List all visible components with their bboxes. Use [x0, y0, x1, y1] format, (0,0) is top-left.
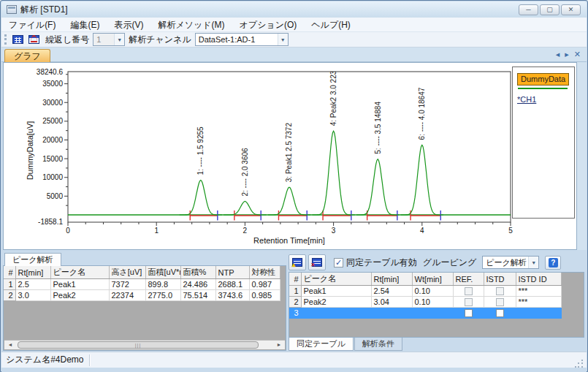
- maximize-button[interactable]: ▢: [540, 4, 560, 15]
- table-cell[interactable]: 0.10: [412, 297, 453, 308]
- table-cell[interactable]: 3743.6: [215, 290, 249, 301]
- column-header[interactable]: 高さ[uV]: [109, 266, 145, 279]
- table-cell[interactable]: 2: [289, 297, 301, 308]
- delete-row-button[interactable]: ✕: [308, 254, 326, 270]
- table-cell[interactable]: ***: [516, 297, 561, 308]
- tab-identification-table[interactable]: 同定テーブル: [289, 338, 354, 351]
- svg-text:38240.6: 38240.6: [37, 68, 64, 76]
- ref-checkbox[interactable]: [465, 287, 473, 295]
- column-header[interactable]: Wt[min]: [412, 273, 453, 286]
- tab-next-icon[interactable]: ▸: [565, 50, 569, 59]
- table-cell[interactable]: [453, 297, 484, 308]
- add-row-button[interactable]: ▲: [289, 254, 306, 270]
- column-header[interactable]: ISTD: [484, 273, 516, 286]
- table-cell[interactable]: 2775.0: [145, 290, 180, 301]
- menu-help[interactable]: ヘルプ(H): [304, 18, 358, 32]
- table-cell[interactable]: [301, 308, 371, 319]
- table-cell[interactable]: 3.04: [371, 297, 412, 308]
- column-header[interactable]: Rt[min]: [15, 266, 50, 279]
- column-header[interactable]: ISTD ID: [516, 273, 561, 286]
- legend-item-dummydata[interactable]: DummyData: [517, 73, 569, 86]
- chromatogram-chart[interactable]: 500010000150002000025000300003500038240.…: [4, 63, 515, 249]
- table-cell[interactable]: 0.987: [249, 279, 280, 290]
- column-header[interactable]: ピーク名: [50, 266, 109, 279]
- table-cell[interactable]: 1: [4, 279, 15, 290]
- table-cell[interactable]: [412, 308, 453, 319]
- horizontal-scrollbar[interactable]: ◄ ||| ►: [4, 340, 285, 349]
- table-cell[interactable]: 75.514: [180, 290, 215, 301]
- table-cell[interactable]: Peak1: [301, 286, 371, 297]
- tab-graph[interactable]: グラフ: [4, 49, 50, 62]
- table-cell[interactable]: [516, 308, 561, 319]
- close-button[interactable]: ✕: [561, 4, 581, 15]
- tab-analysis-conditions[interactable]: 解析条件: [354, 338, 402, 351]
- table-cell[interactable]: [484, 308, 516, 319]
- istd-checkbox[interactable]: [496, 298, 504, 306]
- id-table-enable-checkbox[interactable]: ✓: [334, 258, 343, 267]
- tab-close-icon[interactable]: ✕: [574, 50, 581, 59]
- table-cell[interactable]: 7372: [109, 279, 145, 290]
- istd-checkbox[interactable]: [496, 287, 504, 295]
- menu-options[interactable]: オプション(O): [232, 18, 305, 32]
- table-row[interactable]: 23.0Peak2223742775.075.5143743.60.985: [4, 290, 280, 301]
- table-row[interactable]: 2Peak23.040.10***: [289, 297, 561, 308]
- column-header[interactable]: #: [4, 266, 15, 279]
- ref-checkbox[interactable]: [465, 298, 473, 306]
- table-cell[interactable]: 1: [289, 286, 301, 297]
- column-header[interactable]: Rt[min]: [371, 273, 412, 286]
- scroll-left-icon[interactable]: ◄: [5, 341, 15, 349]
- graph-view-button[interactable]: [26, 33, 42, 47]
- table-cell[interactable]: 899.8: [145, 279, 180, 290]
- column-header[interactable]: 対称性: [249, 266, 280, 279]
- tab-peak-analysis[interactable]: ピーク解析: [4, 253, 61, 266]
- help-button[interactable]: ?: [545, 256, 561, 270]
- table-cell[interactable]: Peak1: [50, 279, 109, 290]
- table-cell[interactable]: 0.10: [412, 286, 453, 297]
- table-cell[interactable]: 2: [4, 290, 15, 301]
- column-header[interactable]: NTP: [215, 266, 249, 279]
- table-cell[interactable]: 0.985: [249, 290, 280, 301]
- legend-item-ch1[interactable]: *CH1: [517, 95, 570, 104]
- table-cell[interactable]: 2.54: [371, 286, 412, 297]
- table-cell[interactable]: 2.5: [15, 279, 50, 290]
- table-cell[interactable]: ***: [516, 286, 561, 297]
- table-cell[interactable]: [371, 308, 412, 319]
- table-row[interactable]: 12.5Peak17372899.824.4862688.10.987: [4, 279, 280, 290]
- grouping-select[interactable]: ピーク解析 ▼: [482, 256, 539, 269]
- menu-view[interactable]: 表示(V): [107, 18, 150, 32]
- istd-checkbox[interactable]: [496, 309, 504, 317]
- table-cell[interactable]: [453, 308, 484, 319]
- column-header[interactable]: 面積[uV*min]: [145, 266, 180, 279]
- table-row[interactable]: 1Peak12.540.10***: [289, 286, 561, 297]
- table-row[interactable]: 3: [289, 308, 561, 319]
- column-header[interactable]: REF.: [453, 273, 484, 286]
- peak-result-table[interactable]: #Rt[min]ピーク名高さ[uV]面積[uV*min]面積%NTP対称性12.…: [4, 266, 280, 301]
- ref-checkbox[interactable]: [465, 309, 473, 317]
- chromatogram-panel[interactable]: 500010000150002000025000300003500038240.…: [3, 62, 577, 250]
- table-cell[interactable]: Peak2: [50, 290, 109, 301]
- minimize-button[interactable]: ─: [519, 4, 538, 15]
- title-bar[interactable]: 解析 [STD1] ─ ▢ ✕: [1, 1, 587, 18]
- column-header[interactable]: 面積%: [180, 266, 215, 279]
- scrollbar-thumb[interactable]: |||: [18, 341, 259, 349]
- column-header[interactable]: #: [289, 273, 301, 286]
- table-cell[interactable]: [484, 297, 516, 308]
- repeat-number-select[interactable]: 1 ▼: [93, 33, 125, 46]
- table-cell[interactable]: 2688.1: [215, 279, 249, 290]
- table-cell[interactable]: 24.486: [180, 279, 215, 290]
- column-header[interactable]: ピーク名: [301, 273, 371, 286]
- table-cell[interactable]: 22374: [109, 290, 145, 301]
- analysis-channel-select[interactable]: DataSet-1:AD-1 ▼: [195, 33, 289, 46]
- scroll-right-icon[interactable]: ►: [274, 341, 284, 349]
- tab-prev-icon[interactable]: ◂: [556, 50, 560, 59]
- table-cell[interactable]: 3.0: [15, 290, 50, 301]
- table-cell[interactable]: [453, 286, 484, 297]
- identification-table[interactable]: #ピーク名Rt[min]Wt[min]REF.ISTDISTD ID1Peak1…: [289, 273, 562, 319]
- menu-analysis-method[interactable]: 解析メソッド(M): [150, 18, 232, 32]
- peak-table-view-button[interactable]: [9, 33, 26, 47]
- table-cell[interactable]: 3: [289, 308, 301, 319]
- table-cell[interactable]: [484, 286, 516, 297]
- menu-edit[interactable]: 編集(E): [63, 18, 107, 32]
- table-cell[interactable]: Peak2: [301, 297, 371, 308]
- menu-file[interactable]: ファイル(F): [1, 18, 63, 32]
